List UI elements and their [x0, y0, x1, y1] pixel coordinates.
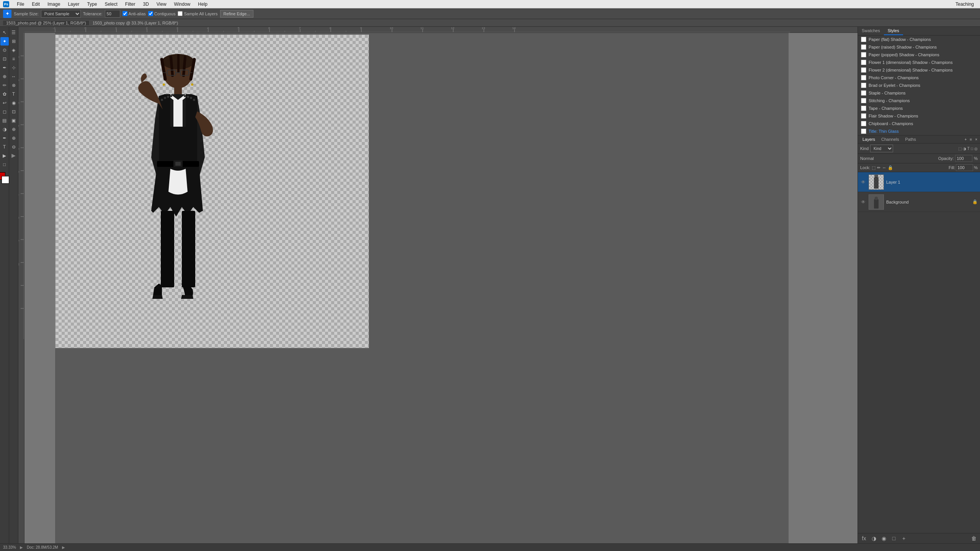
- filter-adjust-icon[interactable]: ◑: [963, 147, 966, 151]
- filter-shape-icon[interactable]: □: [971, 147, 973, 151]
- style-item-10[interactable]: Flair Shadow - Champions: [858, 112, 980, 120]
- kind-select[interactable]: Kind: [870, 145, 893, 152]
- panel2-btn11[interactable]: ▣: [10, 116, 18, 125]
- background-lock-icon[interactable]: 🔒: [972, 199, 978, 204]
- panel2-btn8[interactable]: T: [10, 90, 18, 98]
- fill-input[interactable]: [956, 164, 973, 171]
- clone-tool[interactable]: ✿: [0, 90, 9, 98]
- style-item-2[interactable]: Paper (popped) Shadow - Champions: [858, 51, 980, 59]
- lock-move-icon[interactable]: ↔: [882, 165, 886, 170]
- layers-close-btn[interactable]: ×: [974, 137, 978, 142]
- filter-type-icon[interactable]: T: [967, 147, 970, 151]
- tab-styles[interactable]: Styles: [884, 27, 903, 35]
- tab-channels[interactable]: Channels: [878, 135, 902, 143]
- sample-size-select[interactable]: Point Sample 3 by 3 Average 5 by 5 Avera…: [41, 10, 81, 18]
- menu-view[interactable]: View: [154, 0, 170, 8]
- healing-tool[interactable]: ⊕: [0, 72, 9, 81]
- filter-pixel-icon[interactable]: ⬚: [958, 147, 962, 151]
- panel2-btn6[interactable]: ↔: [10, 72, 18, 81]
- panel2-btn5[interactable]: ⊹: [10, 64, 18, 72]
- menu-image[interactable]: Image: [44, 0, 63, 8]
- layer-row-background[interactable]: 👁 Background 🔒: [858, 192, 980, 212]
- lasso-tool[interactable]: ⊙: [0, 46, 9, 54]
- panel2-btn1[interactable]: ☰: [10, 28, 18, 37]
- canvas-document[interactable]: [55, 34, 369, 348]
- eyedropper-tool[interactable]: ✒: [0, 64, 9, 72]
- lock-all-icon[interactable]: 🔒: [888, 165, 893, 170]
- panel2-btn9[interactable]: ◉: [10, 99, 18, 107]
- pen-tool[interactable]: ✒: [0, 134, 9, 142]
- panel2-btn3[interactable]: ◈: [10, 46, 18, 54]
- layer-adjustment-button[interactable]: ◉: [880, 535, 888, 542]
- doc-tab-2[interactable]: 1503_photo copy @ 33.3% (Layer 1, RGB/8*…: [90, 21, 181, 25]
- menu-select[interactable]: Select: [101, 0, 120, 8]
- style-item-8[interactable]: Stitching - Champions: [858, 97, 980, 104]
- layer-delete-button[interactable]: 🗑: [970, 535, 978, 542]
- layer-row-layer1[interactable]: 👁 Layer 1: [858, 172, 980, 192]
- layers-settings-btn[interactable]: ≡: [969, 137, 973, 142]
- anti-alias-checkbox[interactable]: [122, 11, 127, 16]
- menu-layer[interactable]: Layer: [65, 0, 82, 8]
- style-item-5[interactable]: Photo Corner - Champions: [858, 74, 980, 82]
- magic-wand-tool[interactable]: ✦: [0, 37, 9, 46]
- style-item-11[interactable]: Chipboard - Champions: [858, 120, 980, 127]
- panel2-arrow-right[interactable]: ▶: [10, 152, 18, 159]
- panel2-btn2[interactable]: ⊞: [10, 37, 18, 46]
- path-tool[interactable]: ▶: [0, 152, 9, 160]
- style-item-4[interactable]: Flower 2 (dimensional) Shadow - Champion…: [858, 66, 980, 74]
- refine-edge-button[interactable]: Refine Edge...: [220, 10, 254, 18]
- doc-tab-1[interactable]: 1503_photo.psd @ 25% (Layer 1, RGB/8*): [3, 21, 90, 25]
- background-visibility-icon[interactable]: 👁: [860, 199, 866, 205]
- layers-kind-row: Kind Kind ⬚ ◑ T □ ◎: [858, 143, 980, 154]
- tab-layers[interactable]: Layers: [859, 135, 878, 143]
- layer-mask-button[interactable]: ◑: [870, 535, 878, 542]
- background-color[interactable]: [2, 176, 9, 184]
- menu-filter[interactable]: Filter: [122, 0, 139, 8]
- filter-smart-icon[interactable]: ◎: [974, 147, 978, 151]
- type-tool[interactable]: T: [0, 143, 9, 151]
- eraser-tool[interactable]: ◻: [0, 108, 9, 116]
- menu-3d[interactable]: 3D: [140, 0, 152, 8]
- style-item-9[interactable]: Tape - Champions: [858, 104, 980, 112]
- panel2-btn4[interactable]: ≡: [10, 55, 18, 63]
- brush-tool[interactable]: ✏: [0, 81, 9, 90]
- style-item-6[interactable]: Brad or Eyelet - Champions: [858, 82, 980, 89]
- style-item-1[interactable]: Paper (raised) Shadow - Champions: [858, 43, 980, 51]
- panel2-zoom-out[interactable]: ⊖: [10, 143, 18, 151]
- history-tool[interactable]: ↩: [0, 99, 9, 107]
- menu-window[interactable]: Window: [171, 0, 194, 8]
- layer1-visibility-icon[interactable]: 👁: [860, 179, 866, 185]
- layer-new-button[interactable]: +: [900, 535, 908, 542]
- dodge-tool[interactable]: ◑: [0, 125, 9, 134]
- crop-tool[interactable]: ⊡: [0, 55, 9, 63]
- menu-type[interactable]: Type: [84, 0, 100, 8]
- gradient-tool[interactable]: ▤: [0, 116, 9, 125]
- move-tool[interactable]: ↖: [0, 28, 9, 37]
- zoom-arrow[interactable]: ▶: [20, 545, 23, 549]
- lock-transparent-icon[interactable]: ⬚: [872, 165, 875, 170]
- style-item-12[interactable]: Title: Thin Glass: [858, 127, 980, 135]
- panel2-btn10[interactable]: ⊡: [10, 108, 18, 116]
- panel2-zoom-in[interactable]: ⊕: [10, 134, 18, 142]
- tolerance-input[interactable]: [105, 10, 120, 18]
- tab-swatches[interactable]: Swatches: [858, 27, 884, 35]
- lock-brush-icon[interactable]: ✏: [877, 165, 880, 170]
- layer-fx-button[interactable]: fx: [860, 535, 868, 542]
- background-thumbnail: [869, 194, 884, 210]
- menu-help[interactable]: Help: [195, 0, 211, 8]
- menu-file[interactable]: File: [14, 0, 27, 8]
- status-arrow[interactable]: ▶: [62, 545, 65, 549]
- sample-all-layers-checkbox[interactable]: [178, 11, 183, 16]
- style-item-3[interactable]: Flower 1 (dimensional) Shadow - Champion…: [858, 59, 980, 66]
- shape-tool[interactable]: □: [0, 160, 9, 169]
- tab-paths[interactable]: Paths: [902, 135, 919, 143]
- contiguous-checkbox[interactable]: [148, 11, 153, 16]
- style-item-0[interactable]: Paper (flat) Shadow - Champions: [858, 36, 980, 43]
- panel2-btn12[interactable]: ⊕: [10, 125, 18, 134]
- menu-edit[interactable]: Edit: [29, 0, 43, 8]
- layer-group-button[interactable]: □: [890, 535, 898, 542]
- opacity-input[interactable]: [955, 155, 972, 162]
- style-item-7[interactable]: Staple - Champions: [858, 89, 980, 97]
- layers-add-btn[interactable]: +: [963, 137, 968, 142]
- panel2-btn7[interactable]: ⊗: [10, 81, 18, 90]
